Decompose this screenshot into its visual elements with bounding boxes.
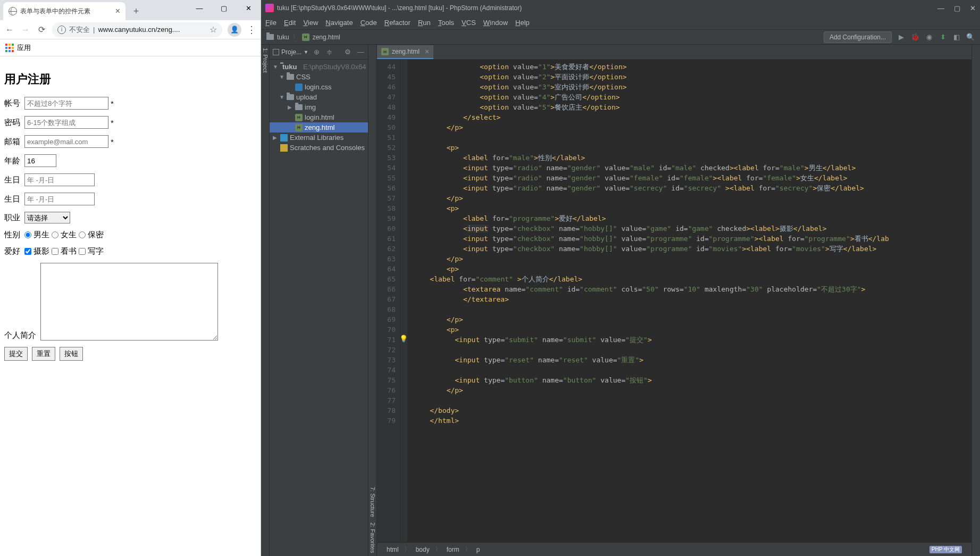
add-configuration-button[interactable]: Add Configuration... [824, 31, 892, 43]
page-title: 用户注册 [4, 71, 256, 87]
forward-button[interactable]: → [20, 24, 31, 35]
menu-tools[interactable]: Tools [438, 19, 454, 27]
reset-button[interactable] [32, 347, 55, 361]
chrome-menu-icon[interactable]: ⋮ [247, 24, 256, 36]
hide-icon[interactable]: — [356, 48, 365, 56]
job-select[interactable]: 请选择 [24, 212, 70, 223]
site-info-icon[interactable]: i [57, 26, 66, 34]
project-header[interactable]: Proje...▼ [273, 48, 308, 56]
breadcrumb-root[interactable]: tuku [277, 34, 289, 41]
ide-minimize-icon[interactable]: — [937, 4, 944, 12]
generic-button[interactable] [60, 347, 83, 361]
intro-textarea[interactable] [40, 263, 218, 341]
intention-bulb-icon[interactable]: 💡 [399, 335, 407, 342]
tree-file-zenghtml[interactable]: H zeng.html [270, 122, 368, 132]
bookmarks-bar: 应用 [0, 39, 261, 56]
git-icon[interactable]: ⬍ [939, 33, 947, 42]
window-close-icon[interactable]: ✕ [236, 0, 261, 16]
menu-refactor[interactable]: Refactor [384, 19, 411, 27]
profile-avatar-icon[interactable]: 👤 [228, 23, 241, 37]
tree-external-libraries[interactable]: ▶ External Libraries [270, 132, 368, 143]
password-input[interactable] [24, 116, 108, 129]
right-tool-stripe [971, 45, 980, 556]
tree-folder-css[interactable]: ▼ CSS [270, 72, 368, 82]
menu-navigate[interactable]: Navigate [325, 19, 353, 27]
fold-gutter: 💡 [400, 60, 408, 542]
url-field[interactable]: i 不安全 | www.canyutuku.cn/zeng.... ☆ [52, 22, 222, 37]
code-area[interactable]: <option value="1">美食爱好者</option> <option… [408, 60, 971, 542]
tree-file-logincss[interactable]: login.css [270, 82, 368, 92]
new-tab-button[interactable]: + [129, 4, 144, 19]
menu-vcs[interactable]: VCS [462, 19, 476, 27]
project-tool-button[interactable]: 1: Project [262, 48, 269, 72]
menu-code[interactable]: Code [361, 19, 377, 27]
menu-help[interactable]: Help [515, 19, 530, 27]
reload-button[interactable]: ⟳ [36, 24, 47, 35]
gender-secret-radio[interactable] [79, 231, 86, 238]
email-input[interactable] [24, 135, 108, 148]
browser-tab[interactable]: 表单与表单中的控件元素 × [3, 2, 125, 20]
run-icon[interactable]: ▶ [897, 33, 906, 42]
chrome-tab-strip: 表单与表单中的控件元素 × + — ▢ ✕ [0, 0, 261, 20]
breadcrumb-item[interactable]: html [387, 546, 399, 553]
age-input[interactable] [24, 154, 56, 167]
close-icon[interactable]: × [425, 47, 429, 56]
gender-male-radio[interactable] [24, 231, 31, 238]
window-minimize-icon[interactable]: — [187, 0, 212, 16]
collapse-icon[interactable]: ≑ [325, 48, 334, 56]
menu-view[interactable]: View [303, 19, 318, 27]
page-content: 用户注册 帐号 * 密码 * 邮箱 * 年龄 生日 生日 职业 请选择 性别 男… [0, 56, 261, 372]
hobby-photo-checkbox[interactable] [24, 248, 31, 255]
gear-icon[interactable]: ⚙ [344, 48, 352, 56]
code-editor[interactable]: 44 45 46 47 48 49 50 51 52 53 54 55 56 5… [377, 60, 971, 542]
hobby-read-checkbox[interactable] [52, 248, 58, 255]
php-badge: PHP 中文网 [929, 546, 962, 553]
birth2-label: 生日 [4, 194, 22, 204]
structure-tool-button[interactable]: 7: Structure [370, 487, 376, 517]
gender-female-radio[interactable] [52, 231, 58, 238]
breadcrumb-item[interactable]: body [416, 546, 430, 553]
hobby-write-checkbox[interactable] [79, 248, 86, 255]
required-mark: * [111, 118, 114, 127]
menu-run[interactable]: Run [418, 19, 431, 27]
ide-menubar: FileEditViewNavigateCodeRefactorRunTools… [261, 16, 980, 30]
tree-folder-img[interactable]: ▶ img [270, 102, 368, 112]
tree-folder-upload[interactable]: ▼ upload [270, 92, 368, 102]
birth1-input[interactable] [24, 173, 95, 186]
account-input[interactable] [24, 97, 108, 110]
debug-icon[interactable]: 🐞 [911, 33, 919, 42]
menu-window[interactable]: Window [483, 19, 508, 27]
favorites-tool-button[interactable]: 2: Favorites [370, 522, 376, 553]
tree-root[interactable]: ▼ tuku E:\phpStudyV8.0x64 [270, 62, 368, 72]
coverage-icon[interactable]: ◉ [925, 33, 933, 42]
ide-close-icon[interactable]: ✕ [970, 4, 976, 12]
hobby-label: 爱好 [4, 246, 22, 256]
tab-close-icon[interactable]: × [115, 6, 120, 16]
apps-label[interactable]: 应用 [17, 43, 31, 53]
ide-maximize-icon[interactable]: ▢ [954, 4, 960, 12]
submit-button[interactable] [4, 347, 28, 361]
breadcrumb-file[interactable]: zeng.html [313, 34, 340, 41]
insecure-label: 不安全 [69, 25, 90, 35]
hobby-photo-label: 摄影 [33, 246, 49, 256]
editor-tab[interactable]: H zeng.html × [377, 45, 433, 59]
search-everywhere-icon[interactable]: 🔍 [966, 33, 975, 42]
menu-edit[interactable]: Edit [284, 19, 296, 27]
bookmark-star-icon[interactable]: ☆ [210, 24, 217, 35]
html-file-icon: H [381, 48, 389, 55]
breadcrumb-item[interactable]: form [447, 546, 459, 553]
locate-icon[interactable]: ⊕ [313, 48, 321, 56]
css-file-icon [295, 84, 303, 91]
gender-male-label: 男生 [33, 230, 49, 240]
account-label: 帐号 [4, 98, 22, 109]
tree-file-loginhtml[interactable]: H login.html [270, 112, 368, 122]
apps-icon[interactable] [5, 44, 14, 52]
tree-scratches[interactable]: Scratches and Consoles [270, 143, 368, 153]
window-maximize-icon[interactable]: ▢ [212, 0, 236, 16]
menu-file[interactable]: File [265, 19, 277, 27]
back-button[interactable]: ← [4, 24, 15, 35]
update-icon[interactable]: ◧ [952, 33, 961, 42]
birth2-input[interactable] [24, 193, 95, 205]
project-view-icon [273, 49, 279, 55]
breadcrumb-item[interactable]: p [476, 546, 480, 553]
